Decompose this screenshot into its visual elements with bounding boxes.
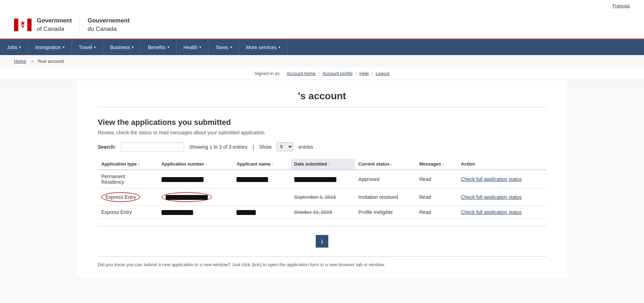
status-cell: Approved (355, 170, 416, 189)
redacted-app-number (162, 210, 193, 215)
messages-cell: Read (416, 170, 458, 189)
status-cell: Invitation received (355, 188, 416, 206)
redacted-app-number (166, 195, 208, 200)
nav-health-arrow-icon: ▾ (199, 45, 201, 49)
breadcrumb: Home → Your account (0, 55, 644, 67)
nav-business-arrow-icon: ▾ (132, 45, 133, 49)
main-content: 's account View the applications you sub… (77, 80, 567, 278)
search-row: Search: Showing 1 to 3 of 3 entries | Sh… (98, 142, 546, 152)
table-divider (98, 226, 546, 226)
nav-jobs-arrow-icon: ▾ (19, 45, 21, 49)
applicant-name-cell (233, 170, 290, 189)
app-type-cell: PermanentResidency (98, 170, 158, 189)
nav-health[interactable]: Health ▾ (177, 40, 208, 55)
col-action: Action (458, 159, 546, 170)
app-number-cell (158, 188, 233, 206)
help-link[interactable]: Help (359, 71, 369, 76)
account-links: Account home | Account profile | Help | … (287, 71, 390, 76)
bottom-note: Did you know you can submit a new applic… (98, 256, 546, 267)
page-1-button[interactable]: 1 (316, 235, 328, 248)
check-status-link-2[interactable]: Check full application status (461, 194, 522, 200)
redacted-date (294, 177, 336, 182)
col-date-submitted[interactable]: Date submitted ↓ (291, 159, 355, 170)
circled-app-type: Express Entry (101, 192, 140, 202)
account-profile-link[interactable]: Account profile (322, 71, 352, 76)
nav-taxes-arrow-icon: ▾ (230, 45, 232, 49)
nav-travel-arrow-icon: ▾ (94, 45, 96, 49)
breadcrumb-home[interactable]: Home (14, 59, 26, 64)
applicant-name-cell (233, 188, 290, 206)
nav-jobs[interactable]: Jobs ▾ (0, 40, 28, 55)
nav-immigration[interactable]: Immigration ▾ (28, 40, 72, 55)
logout-link[interactable]: Logout (376, 71, 390, 76)
date-strikethrough: September 1, 2016 (294, 194, 336, 200)
nav-travel[interactable]: Travel ▾ (72, 40, 103, 55)
action-cell[interactable]: Check full application status (458, 170, 546, 189)
circled-app-number (162, 192, 212, 202)
show-label-pipe: | (253, 144, 254, 150)
entries-label: entries (299, 144, 313, 150)
site-header: Governmentof Canada Gouvernementdu Canad… (0, 11, 644, 40)
nav-benefits-arrow-icon: ▾ (167, 45, 169, 49)
breadcrumb-separator: → (29, 59, 34, 64)
sort-applicant-name-icon[interactable]: ↕ (272, 162, 274, 166)
nav-more-services-arrow-icon: ▾ (279, 45, 280, 49)
search-label: Search: (98, 144, 116, 150)
app-type-cell: Express Entry (98, 188, 158, 206)
nav-immigration-arrow-icon: ▾ (63, 45, 64, 49)
col-messages[interactable]: Messages ↕ (416, 159, 458, 170)
app-type-cell: Express Entry (98, 206, 158, 218)
action-cell[interactable]: Check full application status (458, 188, 546, 206)
date-strikethrough: October 31, 2015 (294, 209, 332, 215)
messages-cell: Read (416, 188, 458, 206)
sort-app-number-icon[interactable]: ↕ (205, 162, 207, 166)
svg-rect-0 (14, 19, 19, 31)
signed-in-label: Signed in as (254, 71, 280, 76)
table-row: Express Entry September 1, 2016 Invitati… (98, 188, 546, 206)
applicant-name-cell (233, 206, 290, 218)
showing-text: Showing 1 to 3 of 3 entries (189, 144, 247, 150)
col-app-number[interactable]: Application number ↕ (158, 159, 233, 170)
french-link[interactable]: Français (612, 3, 630, 8)
date-submitted-cell (291, 170, 355, 189)
show-entries-select[interactable]: 5 10 25 (277, 142, 293, 151)
app-number-cell (158, 170, 233, 189)
app-number-cell (158, 206, 233, 218)
sort-app-type-icon[interactable]: ↕ (138, 162, 140, 166)
svg-rect-4 (22, 26, 24, 27)
applications-table: Application type ↕ Application number ↕ … (98, 159, 546, 219)
nav-business[interactable]: Business ▾ (103, 40, 141, 55)
sort-messages-icon[interactable]: ↕ (443, 162, 444, 166)
top-bar: Français (0, 0, 644, 11)
sort-current-status-icon[interactable]: ↕ (391, 162, 392, 166)
check-status-link-3[interactable]: Check full application status (461, 209, 522, 215)
date-submitted-cell: October 31, 2015 (291, 206, 355, 218)
pagination: 1 (98, 235, 546, 248)
section-title: View the applications you submitted (98, 118, 546, 127)
page-title: 's account (98, 90, 546, 107)
table-row: PermanentResidency Approved Read Check f… (98, 170, 546, 189)
canada-flag-icon (14, 19, 32, 31)
account-home-link[interactable]: Account home (287, 71, 316, 76)
show-label: Show (259, 144, 272, 150)
messages-cell: Read (416, 206, 458, 218)
nav-taxes[interactable]: Taxes ▾ (208, 40, 239, 55)
government-name: Governmentof Canada Gouvernementdu Canad… (37, 16, 130, 33)
check-status-link-1[interactable]: Check full application status (461, 176, 522, 182)
redacted-applicant-name (237, 210, 256, 215)
date-submitted-cell: September 1, 2016 (291, 188, 355, 206)
search-input[interactable] (121, 142, 184, 152)
status-cell: Profile ineligible (355, 206, 416, 218)
nav-more-services[interactable]: More services ▾ (239, 40, 288, 55)
action-cell[interactable]: Check full application status (458, 206, 546, 218)
sort-date-submitted-icon[interactable]: ↓ (328, 162, 330, 166)
main-nav: Jobs ▾ Immigration ▾ Travel ▾ Business ▾… (0, 40, 644, 55)
svg-rect-1 (27, 19, 32, 31)
redacted-app-number (162, 177, 204, 182)
col-applicant-name[interactable]: Applicant name ↕ (233, 159, 290, 170)
breadcrumb-current: Your account (37, 59, 64, 64)
col-current-status[interactable]: Current status ↕ (355, 159, 416, 170)
nav-benefits[interactable]: Benefits ▾ (141, 40, 177, 55)
col-app-type[interactable]: Application type ↕ (98, 159, 158, 170)
table-row: Express Entry October 31, 2015 Profile i… (98, 206, 546, 218)
